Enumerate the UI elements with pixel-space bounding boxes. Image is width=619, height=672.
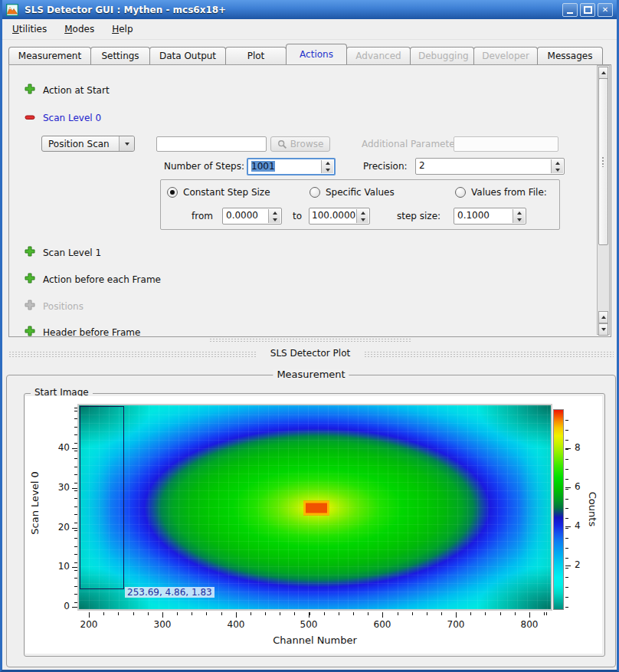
colorbar-tick: [565, 565, 571, 566]
step-size-spinbox[interactable]: 0.1000: [454, 208, 526, 225]
precision-value: 2: [419, 160, 425, 171]
vertical-scrollbar[interactable]: [597, 65, 610, 335]
y-tick-label: 30: [48, 482, 70, 493]
title-bar[interactable]: SLS Detector GUI : Mythen - mcs6x18+ ✕: [2, 0, 617, 19]
scan-file-input[interactable]: [156, 136, 267, 152]
step-mode-group: Constant Step Size Specific Values Value…: [160, 179, 560, 230]
tab-data-output[interactable]: Data Output: [149, 47, 226, 64]
expand-plus-disabled-icon: [24, 299, 36, 311]
y-axis-label: Scan Level 0: [29, 467, 41, 540]
tab-actions[interactable]: Actions: [286, 44, 347, 64]
scroll-up-button[interactable]: [598, 67, 608, 79]
radio-specific-values[interactable]: Specific Values: [310, 187, 395, 198]
y-axis-tick: [72, 567, 77, 568]
close-button[interactable]: ✕: [598, 3, 613, 17]
positions-row: Positions: [43, 301, 84, 312]
browse-button: Browse: [270, 136, 330, 152]
x-tick-label: 400: [221, 619, 251, 630]
y-axis-tick: [72, 448, 77, 449]
expand-plus-icon[interactable]: [24, 325, 36, 337]
radio-values-from-file[interactable]: Values from File:: [455, 187, 547, 198]
expand-plus-icon[interactable]: [24, 245, 36, 257]
dock-handle-right[interactable]: [364, 351, 614, 357]
y-tick-label: 20: [48, 522, 70, 533]
action-at-start-row[interactable]: Action at Start: [43, 85, 110, 96]
x-axis-tick: [236, 612, 237, 618]
heatmap-peak-core: [303, 500, 329, 515]
zoom-selection-rect[interactable]: [80, 406, 124, 589]
step-size-value: 0.1000: [457, 210, 490, 221]
to-value: 100.0000: [312, 210, 355, 221]
colorbar-tick: [565, 526, 571, 527]
scrollbar-thumb[interactable]: [598, 78, 608, 245]
from-spinbox[interactable]: 0.0000: [222, 208, 282, 225]
expand-plus-icon[interactable]: [24, 83, 36, 95]
spinner-arrows[interactable]: [268, 209, 280, 223]
colorbar-minor-ticks: [565, 411, 568, 608]
collapse-minus-icon[interactable]: [24, 111, 36, 123]
y-axis-minor-ticks: [74, 408, 77, 610]
minimize-button[interactable]: [562, 3, 578, 17]
from-label: from: [192, 211, 213, 221]
arrow-up-icon: [601, 316, 606, 319]
arrow-down-icon: [601, 328, 606, 331]
maximize-icon: [584, 6, 592, 14]
spinner-arrows[interactable]: [321, 160, 333, 173]
additional-parameter-input: [454, 136, 558, 152]
y-axis-tick: [72, 488, 77, 489]
x-tick-label: 600: [367, 619, 398, 630]
chevron-down-icon[interactable]: [119, 136, 134, 151]
colorbar-label: Counts: [587, 473, 598, 546]
x-axis-label: Channel Number: [223, 634, 407, 646]
number-of-steps-spinbox[interactable]: 1001: [247, 158, 336, 175]
action-before-each-frame-row[interactable]: Action before each Frame: [43, 274, 161, 285]
scan-level-0-row[interactable]: Scan Level 0: [43, 113, 101, 123]
expand-plus-icon[interactable]: [24, 272, 36, 284]
colorbar-tick: [565, 448, 571, 449]
y-tick-label: 40: [48, 442, 70, 453]
x-tick-label: 300: [147, 619, 178, 630]
magnifier-icon: [277, 139, 287, 149]
heatmap-canvas[interactable]: [77, 404, 552, 611]
dock-handle-left[interactable]: [8, 351, 257, 357]
tab-settings[interactable]: Settings: [90, 47, 150, 64]
scroll-down-button[interactable]: [598, 323, 608, 336]
x-axis-tick: [309, 612, 310, 618]
precision-spinbox[interactable]: 2: [415, 158, 565, 175]
tab-plot[interactable]: Plot: [225, 47, 287, 64]
spinner-arrows[interactable]: [513, 209, 525, 223]
scroll-up-button-2[interactable]: [598, 311, 608, 323]
spinner-arrows[interactable]: [356, 209, 368, 223]
menu-help[interactable]: Help: [104, 21, 140, 37]
scan-mode-selected-value: Position Scan: [42, 139, 119, 149]
tab-messages[interactable]: Messages: [537, 47, 603, 64]
to-spinbox[interactable]: 100.0000: [309, 208, 370, 225]
x-tick-label: 700: [441, 619, 471, 630]
colorbar-tick: [565, 487, 571, 488]
splitter-handle[interactable]: [209, 338, 412, 343]
maximize-button[interactable]: [580, 3, 595, 17]
spinner-arrows[interactable]: [551, 159, 563, 173]
x-tick-label: 800: [514, 619, 545, 630]
step-size-label: step size:: [397, 211, 441, 221]
tab-measurement[interactable]: Measurement: [8, 47, 91, 64]
menu-utilities[interactable]: Utilities: [5, 21, 54, 37]
radio-constant-step-size[interactable]: Constant Step Size: [167, 187, 270, 198]
colorbar-tick-label: 2: [575, 559, 588, 570]
minimize-icon: [567, 12, 573, 14]
measurement-group-title: Measurement: [273, 369, 349, 380]
x-axis-tick: [456, 612, 457, 618]
header-before-frame-row[interactable]: Header before Frame: [43, 327, 140, 337]
x-axis-minor-ticks: [79, 612, 551, 615]
menu-modes[interactable]: Modes: [57, 21, 102, 37]
scan-mode-dropdown[interactable]: Position Scan: [41, 136, 135, 152]
additional-parameter-label: Additional Parameter:: [362, 139, 461, 149]
cursor-readout: 253.69, 4.86, 1.83: [125, 587, 215, 598]
tab-debugging: Debugging: [410, 47, 474, 64]
scan-level-1-row[interactable]: Scan Level 1: [43, 247, 101, 258]
from-value: 0.0000: [226, 210, 258, 221]
window-title: SLS Detector GUI : Mythen - mcs6x18+: [25, 5, 226, 15]
precision-label: Precision:: [363, 161, 408, 172]
close-icon: ✕: [602, 6, 608, 14]
y-axis-tick: [72, 607, 77, 608]
